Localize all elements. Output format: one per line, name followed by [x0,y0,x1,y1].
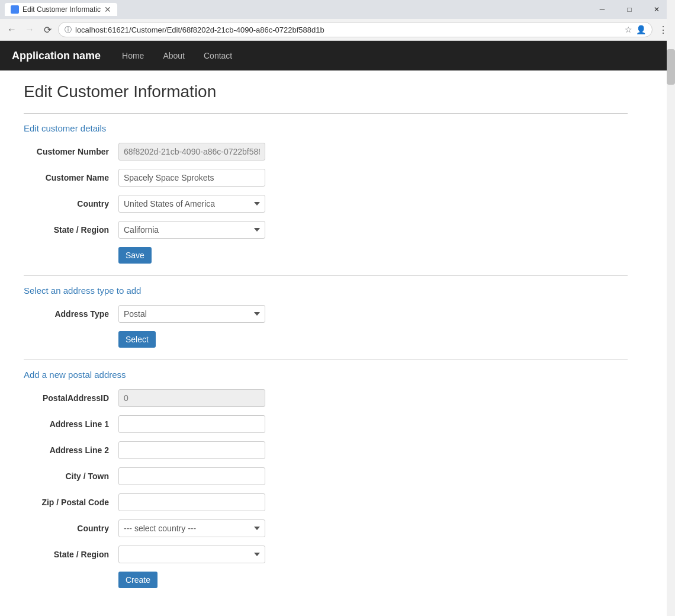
new-state-group: State / Region [24,546,628,563]
new-country-select[interactable]: --- select country --- United States of … [118,519,265,537]
new-state-select[interactable] [118,546,265,563]
customer-name-label: Customer Name [24,173,118,182]
address-type-select[interactable]: Postal Billing Shipping [118,305,265,323]
new-address-section-title: Add a new postal address [24,370,628,380]
country-group: Country United States of America United … [24,195,628,213]
save-button[interactable]: Save [118,247,152,264]
edit-section-title: Edit customer details [24,123,628,133]
save-row: Save [118,247,628,264]
minimize-button[interactable]: ─ [589,1,616,18]
main-content: Edit Customer Information Edit customer … [0,70,651,612]
city-label: City / Town [24,471,118,481]
zip-group: Zip / Postal Code [24,493,628,511]
new-country-group: Country --- select country --- United St… [24,519,628,537]
customer-number-input [118,143,265,161]
nav-contact[interactable]: Contact [200,49,236,63]
city-group: City / Town [24,467,628,485]
lock-icon: ⓘ [65,25,72,35]
address2-group: Address Line 2 [24,441,628,459]
tab-close-button[interactable]: ✕ [104,5,111,14]
tab-favicon [11,5,19,14]
app-navbar: Application name Home About Contact [0,41,675,70]
new-address-section: Add a new postal address PostalAddressID… [24,360,628,588]
person-icon[interactable]: 👤 [636,25,646,34]
select-button[interactable]: Select [118,331,156,348]
back-button[interactable]: ← [5,23,19,37]
address1-input[interactable] [118,415,265,433]
zip-label: Zip / Postal Code [24,498,118,507]
edit-customer-section: Edit customer details Customer Number Cu… [24,113,628,264]
forward-button[interactable]: → [22,23,37,37]
nav-about[interactable]: About [159,49,188,63]
customer-name-input[interactable] [118,169,265,187]
state-label: State / Region [24,225,118,235]
state-group: State / Region California New York Texas [24,221,628,239]
postal-id-label: PostalAddressID [24,393,118,403]
reload-button[interactable]: ⟳ [40,23,54,37]
app-brand: Application name [12,50,101,62]
address-type-section-title: Select an address type to add [24,285,628,296]
postal-id-group: PostalAddressID [24,389,628,407]
address1-group: Address Line 1 [24,415,628,433]
address2-input[interactable] [118,441,265,459]
page-title: Edit Customer Information [24,82,628,101]
new-country-label: Country [24,524,118,533]
city-input[interactable] [118,467,265,485]
scrollbar-track[interactable] [667,0,675,612]
url-input[interactable] [75,25,621,34]
postal-id-input [118,389,265,407]
zip-input[interactable] [118,493,265,511]
select-row: Select [118,331,628,348]
nav-home[interactable]: Home [118,49,147,63]
browser-tab[interactable]: Edit Customer Informatic ✕ [5,3,117,16]
customer-number-label: Customer Number [24,147,118,156]
address2-label: Address Line 2 [24,445,118,455]
customer-name-group: Customer Name [24,169,628,187]
create-row: Create [118,572,628,588]
country-select[interactable]: United States of America United Kingdom … [118,195,265,213]
scrollbar-thumb[interactable] [667,49,675,85]
new-state-label: State / Region [24,550,118,559]
country-label: Country [24,199,118,208]
address-type-group: Address Type Postal Billing Shipping [24,305,628,323]
create-button[interactable]: Create [118,572,158,588]
address1-label: Address Line 1 [24,419,118,429]
bookmark-icon[interactable]: ☆ [625,25,632,34]
address-type-section: Select an address type to add Address Ty… [24,275,628,348]
address-bar: ⓘ ☆ 👤 [58,22,652,37]
state-select[interactable]: California New York Texas [118,221,265,239]
customer-number-group: Customer Number [24,143,628,161]
restore-button[interactable]: □ [616,1,643,18]
address-type-label: Address Type [24,309,118,319]
tab-title: Edit Customer Informatic [22,5,101,14]
